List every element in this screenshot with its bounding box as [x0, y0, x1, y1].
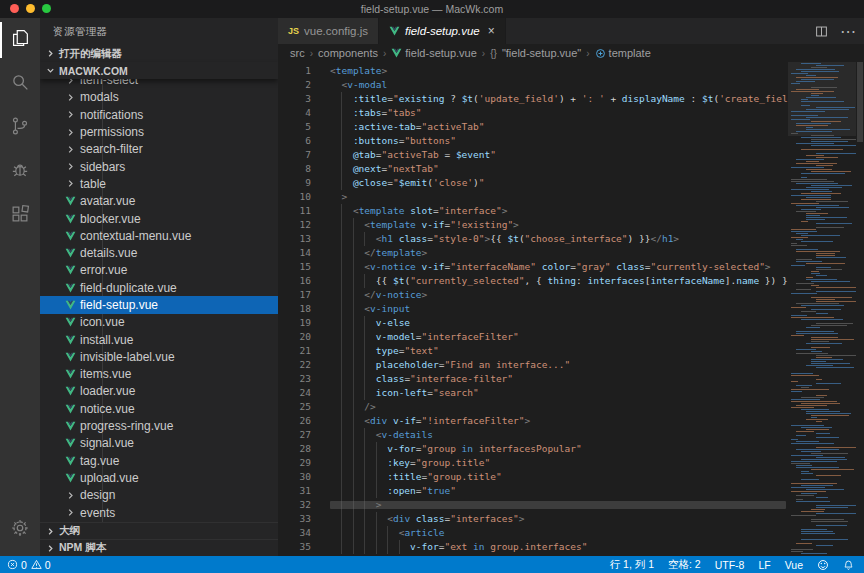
tree-file-progress-ring-vue[interactable]: progress-ring.vue [40, 417, 278, 434]
section-open-editors[interactable]: 打开的编辑器 [40, 45, 278, 62]
code-line[interactable]: 33 <div class="interfaces"> [278, 512, 788, 526]
code-line[interactable]: 30 :title="group.title" [278, 470, 788, 484]
code-line[interactable]: 3 :title="existing ? $t('update_field') … [278, 92, 788, 106]
tree-file-field-duplicate-vue[interactable]: field-duplicate.vue [40, 279, 278, 296]
tree-file-loader-vue[interactable]: loader.vue [40, 383, 278, 400]
tree-file-blocker-vue[interactable]: blocker.vue [40, 210, 278, 227]
manage-button[interactable] [0, 508, 40, 552]
line-number[interactable]: 1 [278, 64, 311, 78]
activity-extensions-button[interactable] [0, 194, 40, 238]
code-line[interactable]: 10 > [278, 190, 788, 204]
code-line[interactable]: 23 class="interface-filter" [278, 372, 788, 386]
status-bell-button[interactable] [843, 559, 854, 571]
code-line[interactable]: 15 <v-notice v-if="interfaceName" color=… [278, 260, 788, 274]
line-number[interactable]: 9 [278, 176, 311, 190]
code-line[interactable]: 19 v-else [278, 316, 788, 330]
code-line[interactable]: 16 {{ $t("currently_selected", { thing: … [278, 274, 788, 288]
line-number[interactable]: 6 [278, 134, 311, 148]
tab-vue-config-js[interactable]: JSvue.config.js [278, 18, 379, 44]
line-number[interactable]: 3 [278, 92, 311, 106]
code-line[interactable]: 14 </template> [278, 246, 788, 260]
section-npm-scripts[interactable]: NPM 脚本 [40, 539, 278, 556]
code-line[interactable]: 8 @next="nextTab" [278, 162, 788, 176]
line-number[interactable]: 32 [278, 498, 311, 512]
code-line[interactable]: 28 v-for="group in interfacesPopular" [278, 442, 788, 456]
section-workspace[interactable]: MACWK.COM [40, 62, 278, 79]
code-line[interactable]: 18 <v-input [278, 302, 788, 316]
code-line[interactable]: 31 :open="true" [278, 484, 788, 498]
minimap[interactable] [788, 62, 856, 556]
code-line[interactable]: 12 <template v-if="!existing"> [278, 218, 788, 232]
line-number[interactable]: 21 [278, 344, 311, 358]
status-item-3[interactable]: LF [758, 559, 770, 571]
line-number[interactable]: 22 [278, 358, 311, 372]
tree-folder-events[interactable]: events [40, 504, 278, 521]
line-number[interactable]: 24 [278, 386, 311, 400]
line-number[interactable]: 20 [278, 330, 311, 344]
code-line[interactable]: 1<template> [278, 64, 788, 78]
scrollbar-thumb[interactable] [857, 62, 863, 142]
line-number[interactable]: 31 [278, 484, 311, 498]
line-number[interactable]: 4 [278, 106, 311, 120]
code-editor[interactable]: 1<template>2 <v-modal3 :title="existing … [278, 62, 788, 556]
code-line[interactable]: 20 v-model="interfaceFilter" [278, 330, 788, 344]
breadcrumb-item-4[interactable]: {}"field-setup.vue" [490, 47, 581, 59]
line-number[interactable]: 19 [278, 316, 311, 330]
line-number[interactable]: 23 [278, 372, 311, 386]
status-item-2[interactable]: UTF-8 [715, 559, 745, 571]
code-line[interactable]: 6 :buttons="buttons" [278, 134, 788, 148]
tree-folder-permissions[interactable]: permissions [40, 123, 278, 140]
activity-debug-button[interactable] [0, 150, 40, 194]
line-number[interactable]: 16 [278, 274, 311, 288]
line-number[interactable]: 12 [278, 218, 311, 232]
breadcrumb-item-5[interactable]: template [595, 47, 651, 59]
tree-file-tag-vue[interactable]: tag.vue [40, 452, 278, 469]
tree-folder-notifications[interactable]: notifications [40, 106, 278, 123]
tree-file-items-vue[interactable]: items.vue [40, 366, 278, 383]
status-item-1[interactable]: 空格: 2 [668, 558, 701, 572]
status-error[interactable]: 0 [7, 559, 27, 571]
tree-file-notice-vue[interactable]: notice.vue [40, 400, 278, 417]
tree-file-icon-vue[interactable]: icon.vue [40, 314, 278, 331]
tree-file-avatar-vue[interactable]: avatar.vue [40, 193, 278, 210]
line-number[interactable]: 34 [278, 526, 311, 540]
line-number[interactable]: 25 [278, 400, 311, 414]
activity-explorer-button[interactable] [0, 18, 40, 62]
tree-file-contextual-menu-vue[interactable]: contextual-menu.vue [40, 227, 278, 244]
code-line[interactable]: 2 <v-modal [278, 78, 788, 92]
horizontal-scrollbar[interactable] [330, 501, 786, 509]
code-line[interactable]: 34 <article [278, 526, 788, 540]
line-number[interactable]: 18 [278, 302, 311, 316]
tree-folder-sidebars[interactable]: sidebars [40, 158, 278, 175]
tree-folder-design[interactable]: design [40, 487, 278, 504]
status-smiley-button[interactable] [817, 559, 829, 571]
activity-source-control-button[interactable] [0, 106, 40, 150]
tree-file-signal-vue[interactable]: signal.vue [40, 435, 278, 452]
code-line[interactable]: 7 @tab="activeTab = $event" [278, 148, 788, 162]
code-line[interactable]: 24 icon-left="search" [278, 386, 788, 400]
code-line[interactable]: 25 /> [278, 400, 788, 414]
line-number[interactable]: 17 [278, 288, 311, 302]
tree-file-install-vue[interactable]: install.vue [40, 331, 278, 348]
tab-field-setup-vue[interactable]: field-setup.vue× [379, 18, 506, 44]
code-line[interactable]: 9 @close="$emit('close')" [278, 176, 788, 190]
code-line[interactable]: 35 v-for="ext in group.interfaces" [278, 540, 788, 554]
line-number[interactable]: 26 [278, 414, 311, 428]
close-icon[interactable]: × [488, 24, 495, 38]
tree-folder-modals[interactable]: modals [40, 89, 278, 106]
line-number[interactable]: 2 [278, 78, 311, 92]
line-number[interactable]: 35 [278, 540, 311, 554]
tree-folder-search-filter[interactable]: search-filter [40, 141, 278, 158]
tree-file-upload-vue[interactable]: upload.vue [40, 469, 278, 486]
code-line[interactable]: 26 <div v-if="!interfaceFilter"> [278, 414, 788, 428]
code-line[interactable]: 13 <h1 class="style-0">{{ $t("choose_int… [278, 232, 788, 246]
status-warning[interactable]: 0 [31, 559, 51, 571]
vertical-scrollbar[interactable] [856, 62, 864, 556]
line-number[interactable]: 29 [278, 456, 311, 470]
line-number[interactable]: 7 [278, 148, 311, 162]
status-item-4[interactable]: Vue [785, 559, 803, 571]
tree-file-invisible-label-vue[interactable]: invisible-label.vue [40, 348, 278, 365]
activity-search-button[interactable] [0, 62, 40, 106]
tree-file-details-vue[interactable]: details.vue [40, 244, 278, 261]
line-number[interactable]: 8 [278, 162, 311, 176]
